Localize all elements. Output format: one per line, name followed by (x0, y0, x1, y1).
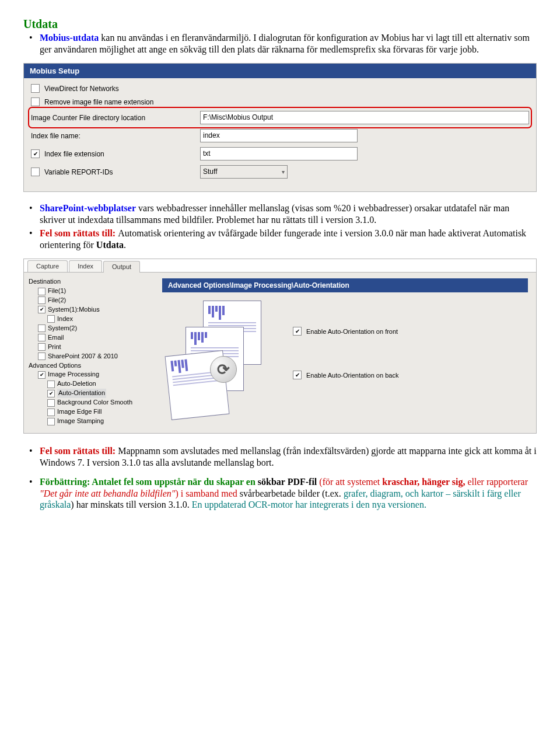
row-index-file-name: Index file name: index (30, 127, 530, 145)
rotate-icon: ⟳ (210, 356, 237, 383)
row-counter-file-location: Image Counter File directory location F:… (30, 109, 530, 127)
checkbox-icon[interactable] (47, 381, 55, 388)
auto-orientation-illustration: ⟳ (168, 301, 279, 406)
para-text: kan nu användas i en fleranvändarmiljö. … (40, 33, 530, 54)
list-item: SharePoint-webbplatser vars webbadresser… (40, 203, 537, 225)
tab-output[interactable]: Output (103, 261, 140, 273)
checkbox-icon[interactable] (38, 334, 46, 341)
tree-bg-color-smooth[interactable]: Background Color Smooth (29, 398, 154, 407)
tree-system2[interactable]: System(2) (29, 324, 154, 333)
checkbox-icon[interactable] (47, 409, 55, 416)
tree-email[interactable]: Email (29, 333, 154, 343)
row-variable-report-ids: Variable REPORT-IDs Stuff (30, 163, 530, 181)
mobius-title-bar: Mobius Setup (24, 64, 536, 78)
tree-system1-index[interactable]: Index (29, 315, 154, 324)
checkbox-enable-front[interactable]: ✔ (293, 327, 302, 336)
tree-destination[interactable]: Destination (29, 277, 154, 287)
para-text: ) i samband med (176, 488, 240, 498)
tab-strip: Capture Index Output (24, 259, 536, 273)
label-enable-front: Enable Auto-Orientation on front (306, 328, 398, 335)
row-enable-back: ✔ Enable Auto-Orientation on back (293, 371, 398, 379)
label-viewdirect: ViewDirect for Networks (44, 85, 119, 93)
checkbox-icon[interactable] (38, 296, 46, 304)
para-text: . (124, 240, 126, 250)
list-item: Fel som rättats till: Automatisk oriente… (40, 228, 537, 250)
label-remove-ext: Remove image file name extension (44, 98, 153, 106)
checkbox-viewdirect[interactable] (31, 84, 40, 93)
para-text: svårbearbetade bilder (t.ex. (240, 488, 344, 498)
input-index-file-ext[interactable]: txt (200, 147, 358, 160)
right-pane: Advanced Options\Image Processing\Auto-O… (158, 273, 536, 433)
quoted-error: "Det går inte att behandla bildfilen" (40, 488, 176, 498)
list-item: Mobius-utdata kan nu användas i en flera… (40, 32, 537, 55)
para-text: eller rapporterar (466, 477, 528, 487)
mobius-setup-screenshot: Mobius Setup ViewDirect for Networks Rem… (23, 63, 537, 192)
label-index-file-ext: Index file extension (44, 150, 104, 158)
para-text: ) har minskats till version 3.1.0. (71, 500, 192, 509)
term-mobius-utdata: Mobius-utdata (40, 33, 99, 43)
tree-advanced-options[interactable]: Advanced Options (29, 361, 154, 371)
improvement-label: Förbättring: Antalet fel som uppstår när… (40, 477, 258, 487)
checkbox-icon[interactable]: ✔ (38, 371, 46, 379)
tab-index[interactable]: Index (69, 260, 102, 272)
tree-system1[interactable]: ✔System(1):Mobius (29, 305, 154, 315)
checkbox-index-file-ext[interactable]: ✔ (31, 149, 40, 158)
input-index-file-name[interactable]: index (200, 129, 358, 142)
list-item: Fel som rättats till: Mappnamn som avslu… (40, 445, 537, 468)
checkbox-icon[interactable]: ✔ (38, 306, 46, 313)
checkbox-remove-ext[interactable] (31, 97, 40, 106)
fix-label: Fel som rättats till: (40, 228, 118, 238)
tree-file2[interactable]: File(2) (29, 296, 154, 305)
term-utdata: Utdata (96, 240, 124, 250)
tree-auto-orientation[interactable]: ✔Auto-Orientation (29, 389, 154, 398)
tree-auto-deletion[interactable]: Auto-Deletion (29, 379, 154, 389)
mobius-body: ViewDirect for Networks Remove image fil… (24, 78, 536, 191)
checkbox-icon[interactable] (47, 418, 55, 425)
tab-capture[interactable]: Capture (27, 260, 68, 272)
tree-image-edge-fill[interactable]: Image Edge Fill (29, 407, 154, 417)
label-enable-back: Enable Auto-Orientation on back (306, 372, 398, 379)
ocr-note: En uppdaterad OCR-motor har integrerats … (192, 500, 426, 509)
checkbox-variable-report-ids[interactable] (31, 167, 40, 176)
row-enable-front: ✔ Enable Auto-Orientation on front (293, 327, 398, 336)
checkbox-icon[interactable]: ✔ (47, 390, 55, 397)
row-remove-ext: Remove image file name extension (30, 95, 530, 109)
para-text: (för att systemet (317, 477, 382, 487)
destination-tree: Destination File(1) File(2) ✔System(1):M… (24, 273, 158, 433)
checkbox-icon[interactable] (47, 315, 55, 323)
row-index-file-ext: ✔ Index file extension txt (30, 145, 530, 163)
tree-print[interactable]: Print (29, 343, 154, 352)
tree-sharepoint[interactable]: SharePoint 2007 & 2010 (29, 352, 154, 361)
tree-image-stamping[interactable]: Image Stamping (29, 417, 154, 426)
checkbox-enable-back[interactable]: ✔ (293, 371, 302, 379)
checkbox-icon[interactable] (47, 399, 55, 407)
term-sharepoint: SharePoint-webbplatser (40, 203, 136, 213)
label-index-file-name: Index file name: (31, 132, 80, 140)
fix-label: Fel som rättats till: (40, 446, 118, 456)
input-counter-file-path[interactable]: F:\Misc\Mobius Output (200, 111, 529, 124)
section-heading: Utdata (23, 18, 537, 31)
select-variable-report-ids[interactable]: Stuff (200, 165, 288, 179)
tree-image-processing[interactable]: ✔Image Processing (29, 370, 154, 379)
checkbox-icon[interactable] (38, 288, 46, 295)
term-searchable-pdf: sökbar PDF-fil (258, 477, 317, 487)
output-settings-screenshot: Capture Index Output Destination File(1)… (23, 259, 537, 434)
checkbox-icon[interactable] (38, 343, 46, 351)
row-viewdirect: ViewDirect for Networks (30, 82, 530, 95)
label-counter-file: Image Counter File directory location (31, 114, 145, 122)
pane-title: Advanced Options\Image Processing\Auto-O… (162, 278, 528, 292)
list-item: Förbättring: Antalet fel som uppstår när… (40, 476, 537, 511)
checkbox-icon[interactable] (38, 352, 46, 360)
para-text: kraschar, hänger sig, (382, 477, 465, 487)
tree-file1[interactable]: File(1) (29, 287, 154, 296)
label-variable-report-ids: Variable REPORT-IDs (44, 168, 113, 176)
checkbox-icon[interactable] (38, 324, 46, 332)
